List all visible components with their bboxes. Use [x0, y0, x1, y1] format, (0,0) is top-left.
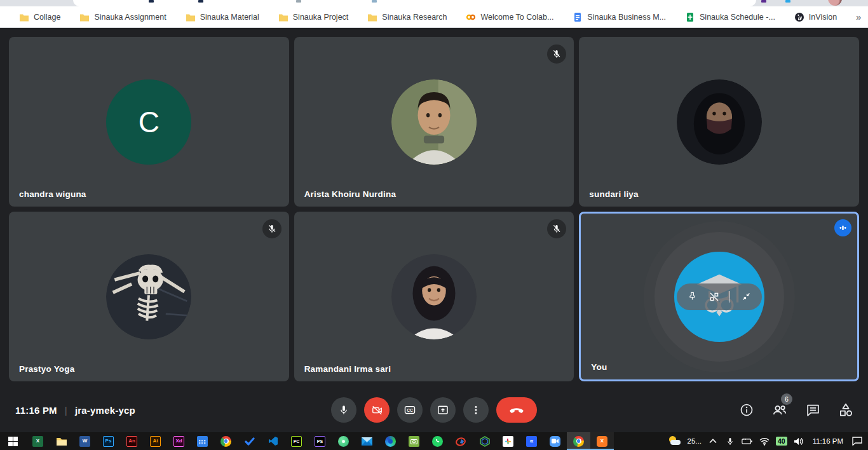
mic-off-icon [262, 219, 281, 238]
taskbar-hexagon-app[interactable] [473, 432, 496, 450]
present-button[interactable] [430, 397, 456, 423]
extension-icon[interactable] [785, 0, 790, 3]
activities-button[interactable] [837, 402, 854, 418]
more-options-button[interactable] [463, 397, 489, 423]
camera-off-button[interactable] [364, 397, 390, 423]
taskbar-screen-recorder[interactable] [402, 432, 426, 450]
mic-button[interactable] [331, 397, 356, 423]
action-center-icon[interactable] [851, 435, 863, 447]
google-docs-icon [573, 12, 583, 22]
participant-tile-arista[interactable]: Arista Khoiru Nurdina [294, 37, 574, 207]
google-sheets-icon [685, 12, 695, 22]
speaker-icon[interactable] [793, 435, 804, 447]
meeting-code: jra-ymek-ycp [75, 405, 135, 416]
remove-tile-icon[interactable] [708, 290, 721, 303]
participant-tile-you[interactable]: You [579, 212, 859, 381]
wifi-icon[interactable] [759, 435, 770, 447]
taskbar-word[interactable]: W [73, 432, 97, 450]
meeting-details-icon[interactable] [738, 402, 755, 418]
folder-icon [278, 12, 288, 22]
taskbar-photoshop[interactable]: Ps [97, 432, 120, 450]
taskbar-adobe-xd[interactable]: Xd [167, 432, 191, 450]
participant-tile-prastyo[interactable]: Prastyo Yoga [9, 212, 289, 381]
taskbar-chrome[interactable] [214, 432, 238, 450]
bookmark-sinauka-business[interactable]: Sinauka Business M... [573, 12, 666, 22]
folder-icon [367, 12, 377, 22]
taskbar-chrome-active[interactable] [567, 432, 590, 450]
weather-icon[interactable] [668, 435, 682, 447]
taskbar-slack[interactable] [496, 432, 520, 450]
bookmark-sinauka-project[interactable]: Sinauka Project [278, 12, 349, 22]
folder-icon [19, 12, 29, 22]
taskbar-xampp[interactable]: X [590, 432, 614, 450]
participant-name: Arista Khoiru Nurdina [304, 189, 396, 199]
participants-grid: C chandra wiguna [9, 37, 859, 381]
participant-name: sundari liya [589, 189, 638, 199]
browser-toolbar-strip [0, 0, 868, 6]
participant-name: chandra wiguna [19, 189, 86, 199]
tile-hover-actions [677, 283, 762, 310]
system-tray: 25... 40 11:16 PM [668, 432, 868, 450]
taskbar-file-explorer[interactable] [50, 432, 73, 450]
bookmark-sinauka-assignment[interactable]: Sinauka Assignment [79, 12, 166, 22]
taskbar-phpstorm[interactable]: PS [308, 432, 332, 450]
battery-plug-icon[interactable] [742, 435, 753, 447]
bookmark-sinauka-research[interactable]: Sinauka Research [367, 12, 447, 22]
folder-icon [186, 12, 196, 22]
battery-percent-badge[interactable]: 40 [776, 437, 787, 446]
extension-icon[interactable] [761, 0, 766, 3]
avatar-photo [677, 79, 762, 165]
participants-button[interactable]: 6 [771, 402, 788, 418]
taskbar-alpha-app[interactable]: ∝ [520, 432, 543, 450]
taskbar-vscode[interactable] [261, 432, 285, 450]
pin-icon[interactable] [686, 290, 698, 303]
participant-tile-sundari[interactable]: sundari liya [579, 37, 859, 207]
taskbar-whatsapp[interactable] [426, 432, 449, 450]
browser-profile-avatar[interactable] [828, 0, 842, 6]
meeting-info: 11:16 PM | jra-ymek-ycp [15, 405, 135, 416]
chevron-up-icon[interactable] [707, 435, 719, 447]
tray-mic-icon[interactable] [724, 435, 736, 447]
bookmark-colab[interactable]: Welcome To Colab... [466, 12, 553, 22]
minimize-icon[interactable] [740, 290, 752, 303]
taskbar-edge[interactable] [379, 432, 402, 450]
address-bar[interactable] [73, 0, 756, 6]
chat-button[interactable] [804, 402, 821, 418]
taskbar-mail[interactable] [355, 432, 379, 450]
taskbar-draw-tool[interactable] [449, 432, 473, 450]
taskbar-excel[interactable]: X [26, 432, 50, 450]
taskbar-illustrator[interactable]: Ai [144, 432, 167, 450]
mic-off-icon [547, 44, 566, 64]
tray-temperature[interactable]: 25... [688, 437, 702, 445]
info-divider: | [65, 405, 67, 416]
meeting-clock: 11:16 PM [15, 405, 57, 416]
bookmark-invision[interactable]: InVision [794, 12, 837, 22]
end-call-button[interactable] [496, 397, 537, 423]
participant-count-badge: 6 [781, 393, 792, 405]
avatar-photo [391, 79, 477, 165]
bookmark-sinauka-material[interactable]: Sinauka Material [186, 12, 259, 22]
bookmark-sinauka-schedule[interactable]: Sinauka Schedule -... [685, 12, 775, 22]
participant-name: You [591, 362, 607, 372]
extension-icon[interactable] [149, 0, 154, 3]
taskbar-todo-check[interactable] [238, 432, 261, 450]
audio-level-icon [834, 219, 851, 236]
pill-divider [729, 291, 730, 303]
windows-taskbar: X W Ps An Ai Xd PC PS ∝ [0, 432, 868, 450]
bookmark-collage[interactable]: Collage [19, 12, 60, 22]
captions-button[interactable]: CC [397, 397, 423, 423]
participant-tile-chandra[interactable]: C chandra wiguna [9, 37, 289, 207]
taskbar-clock[interactable]: 11:16 PM [810, 437, 846, 445]
extension-icon[interactable] [372, 0, 377, 3]
taskbar-android[interactable] [332, 432, 355, 450]
taskbar-calendar[interactable] [191, 432, 214, 450]
start-button[interactable] [0, 432, 26, 450]
folder-icon [79, 12, 90, 22]
taskbar-video-app[interactable] [543, 432, 567, 450]
extension-icon[interactable] [198, 0, 203, 3]
extension-icon[interactable] [296, 0, 301, 3]
taskbar-pycharm[interactable]: PC [285, 432, 308, 450]
taskbar-animate[interactable]: An [120, 432, 144, 450]
bookmarks-overflow-chevron[interactable]: » [856, 11, 861, 22]
participant-tile-ramandani[interactable]: Ramandani Irma sari [294, 212, 574, 381]
